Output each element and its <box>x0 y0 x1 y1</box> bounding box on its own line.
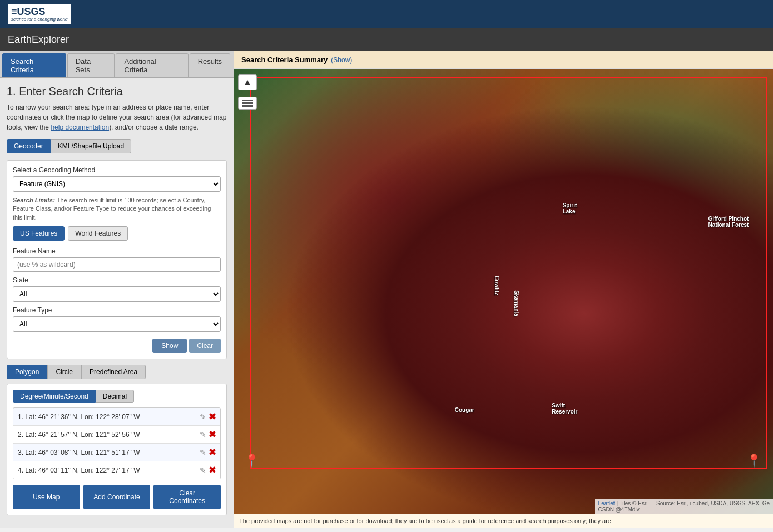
map-layer-button[interactable] <box>238 97 257 110</box>
feature-type-label: Feature Type <box>13 306 221 314</box>
feature-type-select[interactable]: All Summit Lake Stream <box>13 316 221 332</box>
search-criteria-summary: Search Criteria Summary (Show) <box>234 51 773 69</box>
summary-title: Search Criteria Summary <box>241 56 328 64</box>
geocoding-box: Select a Geocoding Method Feature (GNIS)… <box>7 160 227 359</box>
coord-text-4: 4. Lat: 46° 03' 11" N, Lon: 122° 27' 17"… <box>18 466 200 474</box>
delete-icon-2[interactable]: ✖ <box>209 429 216 440</box>
app-title-bar: EarthExplorer <box>0 28 773 51</box>
search-limits: Search Limits: The search result limit i… <box>13 196 221 222</box>
layer-line-2 <box>242 102 253 104</box>
coord-row-2: 2. Lat: 46° 21' 57" N, Lon: 121° 52' 56"… <box>13 426 220 444</box>
coordinates-box: Degree/Minute/Second Decimal 1. Lat: 46°… <box>7 384 227 515</box>
tab-additional-criteria[interactable]: Additional Criteria <box>116 53 188 77</box>
map[interactable]: ▲ SpiritLake Gifford PinchotNational For… <box>234 69 773 514</box>
bottom-buttons-group: Use Map Add Coordinate Clear Coordinates <box>13 485 221 509</box>
state-label: State <box>13 276 221 284</box>
poly-tabs: Polygon Circle Predefined Area <box>7 365 227 379</box>
logo-tagline: science for a changing world <box>11 17 67 22</box>
map-zoom-up-button[interactable]: ▲ <box>238 74 257 90</box>
world-features-button[interactable]: World Features <box>68 226 128 241</box>
geocoding-method-select[interactable]: Feature (GNIS) Address/Place Decimal Deg… <box>13 176 221 192</box>
add-coordinate-button[interactable]: Add Coordinate <box>83 485 151 509</box>
coord-text-1: 1. Lat: 46° 21' 36" N, Lon: 122° 28' 07"… <box>18 413 200 421</box>
deg-tab-dms[interactable]: Degree/Minute/Second <box>13 390 96 403</box>
map-background <box>234 69 773 514</box>
app-title: EarthExplorer <box>8 34 69 45</box>
poly-tab-polygon[interactable]: Polygon <box>7 365 47 379</box>
map-container: Search Criteria Summary (Show) ▲ SpiritL… <box>234 51 773 528</box>
left-panel: Search Criteria Data Sets Additional Cri… <box>0 51 234 528</box>
coord-row-3: 3. Lat: 46° 03' 08" N, Lon: 121° 51' 17"… <box>13 444 220 461</box>
map-pin-2: 📍 <box>746 454 761 468</box>
help-link[interactable]: help documentation <box>51 123 109 131</box>
feature-name-input[interactable] <box>13 257 221 272</box>
sub-tab-geocoder[interactable]: Geocoder <box>7 139 51 153</box>
tab-results[interactable]: Results <box>190 53 230 77</box>
use-map-button[interactable]: Use Map <box>13 485 80 509</box>
geocoder-action-buttons: Show Clear <box>13 339 221 353</box>
summary-show-link[interactable]: (Show) <box>331 56 352 64</box>
poly-tab-circle[interactable]: Circle <box>47 365 81 379</box>
tab-data-sets[interactable]: Data Sets <box>67 53 115 77</box>
usgs-logo: ≡USGS science for a changing world <box>8 4 71 24</box>
step-title: 1. Enter Search Criteria <box>7 85 227 98</box>
logo-box: ≡USGS science for a changing world <box>8 4 71 24</box>
delete-icon-3[interactable]: ✖ <box>209 447 216 458</box>
delete-icon-1[interactable]: ✖ <box>209 411 216 422</box>
clear-coordinates-button[interactable]: Clear Coordinates <box>153 485 221 509</box>
layer-line-3 <box>242 105 253 107</box>
coord-row-1: 1. Lat: 46° 21' 36" N, Lon: 122° 28' 07"… <box>13 408 220 426</box>
tab-search-criteria[interactable]: Search Criteria <box>2 53 66 77</box>
geocoding-method-label: Select a Geocoding Method <box>13 166 221 174</box>
deg-tab-decimal[interactable]: Decimal <box>96 390 134 403</box>
us-features-button[interactable]: US Features <box>13 226 65 241</box>
step-description: To narrow your search area: type in an a… <box>7 102 227 132</box>
feature-name-label: Feature Name <box>13 247 221 255</box>
coord-row-4: 4. Lat: 46° 03' 11" N, Lon: 122° 27' 17"… <box>13 461 220 479</box>
tab-bar: Search Criteria Data Sets Additional Cri… <box>0 51 234 78</box>
map-bottom-notice: The provided maps are not for purchase o… <box>234 514 773 528</box>
poly-tab-predefined[interactable]: Predefined Area <box>81 365 146 379</box>
deg-tabs: Degree/Minute/Second Decimal <box>13 390 221 403</box>
edit-icon-1[interactable]: ✎ <box>200 412 206 421</box>
state-select[interactable]: All Washington Oregon California <box>13 286 221 302</box>
coord-text-3: 3. Lat: 46° 03' 08" N, Lon: 121° 51' 17"… <box>18 449 200 456</box>
edit-icon-4[interactable]: ✎ <box>200 466 206 475</box>
coord-text-2: 2. Lat: 46° 21' 57" N, Lon: 121° 52' 56"… <box>18 431 200 439</box>
map-attribution: Leaflet | Tiles © Esri — Source: Esri, i… <box>595 499 773 514</box>
feature-buttons-group: US Features World Features <box>13 226 221 241</box>
clear-button[interactable]: Clear <box>189 339 221 353</box>
sub-tab-kml[interactable]: KML/Shapefile Upload <box>51 139 131 153</box>
map-pin-1: 📍 <box>244 454 259 468</box>
layer-line-1 <box>242 100 253 101</box>
edit-icon-3[interactable]: ✎ <box>200 448 206 457</box>
main-layout: Search Criteria Data Sets Additional Cri… <box>0 51 773 528</box>
edit-icon-2[interactable]: ✎ <box>200 430 206 439</box>
delete-icon-4[interactable]: ✖ <box>209 465 216 475</box>
zoom-up-icon: ▲ <box>242 77 253 87</box>
show-button[interactable]: Show <box>152 339 187 353</box>
header: ≡USGS science for a changing world <box>0 0 773 28</box>
coordinates-list: 1. Lat: 46° 21' 36" N, Lon: 122° 28' 07"… <box>13 407 221 479</box>
logo-waves-icon: ≡USGS <box>11 7 46 17</box>
geocoder-sub-tabs: Geocoder KML/Shapefile Upload <box>7 139 227 153</box>
panel-content: 1. Enter Search Criteria To narrow your … <box>0 78 234 528</box>
leaflet-link[interactable]: Leaflet <box>598 500 615 506</box>
